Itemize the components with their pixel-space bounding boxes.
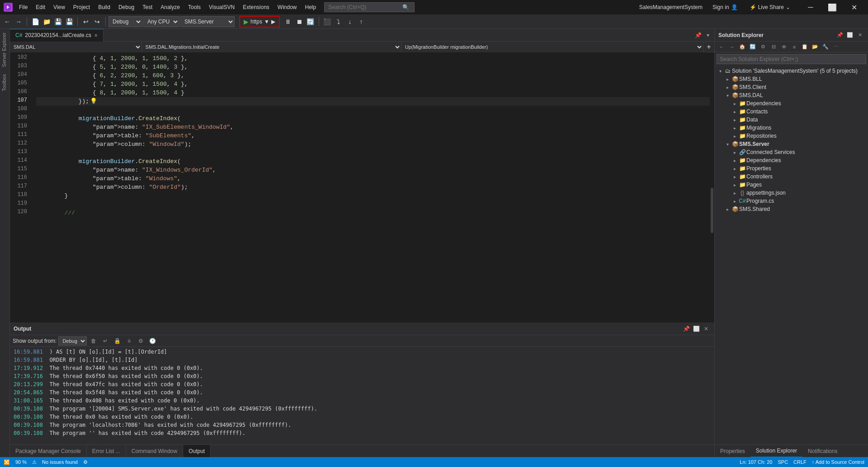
debug-config-select[interactable]: Debug Release — [108, 16, 142, 27]
solution-search-input[interactable] — [717, 54, 866, 64]
tab-pin-button[interactable]: 📌 — [693, 31, 703, 40]
editor-scrollbar[interactable] — [710, 52, 714, 322]
tree-item-data[interactable]: ▸📁Data — [715, 116, 868, 124]
clear-output-button[interactable]: 🗑 — [89, 336, 99, 346]
word-wrap-button[interactable]: ↵ — [100, 336, 110, 346]
sol-nav-back[interactable]: ← — [717, 42, 726, 52]
tab-close-button[interactable]: ✕ — [94, 33, 98, 38]
tree-item-properties[interactable]: ▸📁Properties — [715, 164, 868, 173]
sol-properties[interactable]: 🔧 — [821, 42, 830, 52]
step-into-button[interactable]: ↓ — [344, 16, 355, 27]
breakpoint-button[interactable]: ⬛ — [322, 16, 333, 27]
menu-test[interactable]: Test — [139, 2, 156, 12]
sol-float-button[interactable]: ⬜ — [845, 31, 854, 40]
restore-button[interactable]: ⬜ — [822, 0, 843, 14]
tree-item-repositories[interactable]: ▸📁Repositories — [715, 132, 868, 140]
new-project-button[interactable]: 📄 — [30, 16, 41, 27]
menu-extensions[interactable]: Extensions — [239, 2, 273, 12]
step-over-button[interactable]: ⤵ — [333, 16, 344, 27]
forward-button[interactable]: → — [13, 16, 24, 27]
sol-collapse[interactable]: ⊟ — [769, 42, 778, 52]
tree-item-appsettings.json[interactable]: ▸{}appsettings.json — [715, 189, 868, 197]
open-button[interactable]: 📁 — [41, 16, 52, 27]
expand-icon[interactable]: ▸ — [724, 207, 731, 212]
expand-icon[interactable]: ▸ — [731, 199, 738, 204]
expand-icon[interactable]: ▸ — [731, 150, 738, 155]
menu-help[interactable]: Help — [302, 2, 320, 12]
expand-icon[interactable]: ▾ — [717, 69, 724, 74]
scroll-thumb[interactable] — [711, 188, 713, 233]
expand-icon[interactable]: ▾ — [724, 93, 731, 98]
restart-button[interactable]: 🔄 — [305, 16, 316, 27]
properties-tab[interactable]: Properties — [715, 445, 750, 458]
expand-icon[interactable]: ▸ — [731, 158, 738, 163]
editor-tab-active[interactable]: C# 20230420154...ialCreate.cs ✕ — [10, 29, 104, 42]
menu-analyze[interactable]: Analyze — [157, 2, 184, 12]
menu-tools[interactable]: Tools — [184, 2, 204, 12]
tree-item-dependencies[interactable]: ▸📁Dependencies — [715, 156, 868, 164]
sol-pin-button[interactable]: 📌 — [835, 31, 844, 40]
target-select[interactable]: SMS.Server — [180, 16, 235, 27]
tree-item-sms.bll[interactable]: ▸📦SMS.BLL — [715, 75, 868, 83]
redo-button[interactable]: ↪ — [92, 16, 103, 27]
tree-item-pages[interactable]: ▸📁Pages — [715, 181, 868, 189]
menu-edit[interactable]: Edit — [32, 2, 49, 12]
expand-icon[interactable]: ▸ — [731, 109, 738, 114]
sol-settings[interactable]: ⚙ — [758, 42, 768, 52]
menu-build[interactable]: Build — [94, 2, 114, 12]
undo-button[interactable]: ↩ — [80, 16, 91, 27]
expand-icon[interactable]: ▸ — [731, 101, 738, 106]
output-close-button[interactable]: ✕ — [702, 324, 711, 333]
expand-icon[interactable]: ▸ — [731, 166, 738, 171]
sol-nav-forward[interactable]: → — [727, 42, 737, 52]
class-dropdown[interactable]: SMS.DAL — [10, 42, 142, 52]
tree-item-connected-services[interactable]: ▸🔗Connected Services — [715, 148, 868, 156]
sol-home[interactable]: 🏠 — [737, 42, 747, 52]
output-settings-button[interactable]: ⚙ — [136, 336, 146, 346]
method-dropdown[interactable]: SMS.DAL.Migrations.InitialCreate — [142, 42, 401, 52]
add-member-button[interactable]: + — [703, 42, 714, 52]
platform-select[interactable]: Any CPU x86 x64 — [143, 16, 179, 27]
expand-icon[interactable]: ▸ — [731, 174, 738, 179]
expand-icon[interactable]: ▸ — [724, 77, 731, 82]
close-button[interactable]: ✕ — [844, 0, 864, 14]
menu-visualsvn[interactable]: VisualSVN — [205, 2, 238, 12]
signature-dropdown[interactable]: Up(MigrationBuilder migrationBuilder) — [401, 42, 703, 52]
step-out-button[interactable]: ↑ — [356, 16, 367, 27]
server-explorer-tab[interactable]: Server Explorer — [0, 29, 9, 70]
pause-button[interactable]: ⏸ — [283, 16, 293, 27]
solution-explorer-tab-bottom[interactable]: Solution Explorer — [750, 445, 802, 458]
tree-item-sms.server[interactable]: ▾📦SMS.Server — [715, 140, 868, 148]
tree-item-sms.shared[interactable]: ▸📦SMS.Shared — [715, 205, 868, 213]
filter-output-button[interactable]: ≡ — [124, 336, 134, 346]
bottom-tab-package-manager[interactable]: Package Manager Console — [10, 445, 87, 458]
save-button[interactable]: 💾 — [52, 16, 63, 27]
expand-icon[interactable]: ▸ — [731, 134, 738, 139]
sol-open-folder[interactable]: 📂 — [810, 42, 820, 52]
bottom-tab-output[interactable]: Output — [183, 445, 211, 458]
notifications-tab[interactable]: Notifications — [802, 445, 843, 458]
tree-item-dependencies[interactable]: ▸📁Dependencies — [715, 99, 868, 107]
save-all-button[interactable]: 💾 — [64, 16, 75, 27]
expand-icon[interactable]: ▸ — [731, 126, 738, 131]
search-input[interactable] — [328, 4, 401, 10]
sol-refresh[interactable]: 🔄 — [748, 42, 758, 52]
expand-icon[interactable]: ▸ — [731, 191, 738, 196]
menu-window[interactable]: Window — [274, 2, 301, 12]
minimize-button[interactable]: ─ — [800, 0, 821, 14]
back-button[interactable]: ← — [2, 16, 13, 27]
expand-icon[interactable]: ▸ — [724, 85, 731, 90]
sol-show-all[interactable]: 👁 — [779, 42, 789, 52]
sign-in-button[interactable]: Sign in 👤 — [709, 4, 741, 10]
tree-item-sms.dal[interactable]: ▾📦SMS.DAL — [715, 91, 868, 99]
tree-item-controllers[interactable]: ▸📁Controllers — [715, 173, 868, 181]
menu-file[interactable]: File — [15, 2, 31, 12]
live-share-button[interactable]: ⚡ Live Share ⌄ — [746, 4, 794, 10]
tree-item-migrations[interactable]: ▸📁Migrations — [715, 124, 868, 132]
sol-preview[interactable]: 📋 — [800, 42, 810, 52]
output-pin-button[interactable]: 📌 — [682, 324, 691, 333]
run-https-button[interactable]: ▶ https ▼ ▶ — [239, 16, 280, 28]
clock-button[interactable]: 🕐 — [147, 336, 157, 346]
tab-list-button[interactable]: ▾ — [703, 31, 712, 40]
tree-item-program.cs[interactable]: ▸C#Program.cs — [715, 197, 868, 205]
